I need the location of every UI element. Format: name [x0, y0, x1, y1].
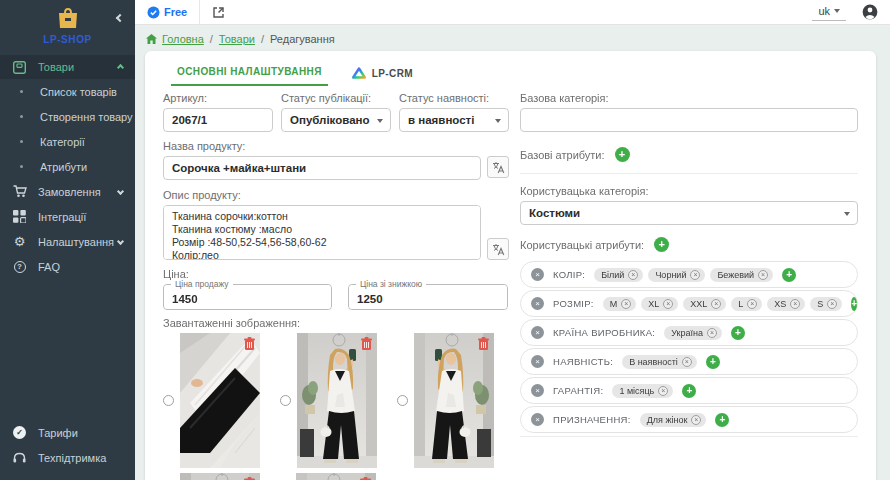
sidebar-item-settings[interactable]: ⚙ Налаштування — [0, 229, 135, 254]
chevron-down-icon — [377, 119, 383, 123]
main-image-radio[interactable] — [280, 395, 291, 406]
sidebar-section-products[interactable]: Товари — [0, 55, 135, 79]
app-window: LP-SHOP Товари Список товарів Створення … — [0, 0, 890, 480]
chevron-down-icon — [117, 188, 124, 195]
publish-status-label: Статус публікації: — [281, 92, 391, 104]
discount-price-label: Ціна зі знижкою — [356, 279, 426, 289]
add-value-button[interactable]: + — [851, 297, 857, 311]
top-bar: Free uk — [135, 0, 890, 25]
product-image-fullbody[interactable] — [297, 333, 377, 468]
product-name-input[interactable] — [163, 156, 481, 180]
tab-main-settings[interactable]: ОСНОВНІ НАЛАШТУВАННЯ — [171, 61, 328, 86]
product-image-fullbody[interactable] — [414, 333, 494, 468]
custom-attributes-label: Користувацькі атрибути: — [520, 239, 644, 251]
attribute-row-country: × КРАЇНА ВИРОБНИКА: Україна× + — [520, 319, 858, 346]
tab-lp-crm[interactable]: LP-CRM — [346, 62, 419, 86]
price-section: Ціна: Ціна продажу Ціна зі знижкою — [163, 268, 509, 310]
main-image-radio[interactable] — [397, 395, 408, 406]
sidebar-collapse-button[interactable] — [115, 7, 125, 17]
add-value-button[interactable]: + — [782, 268, 796, 282]
delete-image-button[interactable] — [244, 337, 255, 350]
sidebar-logo[interactable]: LP-SHOP — [0, 0, 135, 49]
chip-remove-icon[interactable]: × — [711, 299, 721, 309]
remove-attribute-button[interactable]: × — [531, 297, 544, 310]
add-base-attribute-button[interactable]: + — [615, 147, 630, 162]
language-select[interactable]: uk — [812, 3, 846, 21]
breadcrumb-products-link[interactable]: Товари — [219, 33, 255, 45]
translate-name-button[interactable] — [487, 156, 509, 178]
main-image-radio[interactable] — [163, 395, 174, 406]
stock-status-group: Статус наявності: в наявності — [399, 92, 509, 132]
open-shop-button[interactable] — [212, 6, 225, 19]
attribute-chip: S× — [810, 297, 842, 311]
chevron-down-icon — [844, 212, 850, 216]
add-custom-attribute-button[interactable]: + — [654, 237, 669, 252]
attribute-chip: Для жінок× — [640, 413, 707, 427]
image-group — [280, 333, 377, 468]
chip-remove-icon[interactable]: × — [758, 270, 768, 280]
sidebar-item-label: Категорії — [40, 136, 85, 148]
chip-remove-icon[interactable]: × — [707, 328, 717, 338]
breadcrumb-home-link[interactable]: Головна — [162, 33, 204, 45]
remove-attribute-button[interactable]: × — [531, 384, 544, 397]
attribute-name: КРАЇНА ВИРОБНИКА: — [553, 327, 655, 338]
attribute-chip: Україна× — [664, 326, 722, 340]
chip-remove-icon[interactable]: × — [658, 386, 668, 396]
chip-remove-icon[interactable]: × — [628, 270, 638, 280]
sidebar-item-label: Налаштування — [38, 236, 118, 248]
plan-badge[interactable]: Free — [147, 6, 187, 19]
sidebar-item-tariffs[interactable]: ✓ Тарифи — [0, 420, 135, 445]
main-content: ОСНОВНІ НАЛАШТУВАННЯ LP-CRM Артикул: — [135, 51, 890, 480]
sidebar-item-product-list[interactable]: Список товарів — [0, 79, 135, 104]
tabs: ОСНОВНІ НАЛАШТУВАННЯ LP-CRM — [171, 61, 858, 86]
product-name-label: Назва продукту: — [163, 140, 509, 152]
add-value-button[interactable]: + — [731, 326, 745, 340]
remove-attribute-button[interactable]: × — [531, 355, 544, 368]
delete-image-button[interactable] — [478, 337, 489, 350]
sidebar-item-label: Замовлення — [38, 186, 118, 198]
sidebar-item-faq[interactable]: ? FAQ — [0, 254, 135, 279]
user-avatar[interactable] — [862, 4, 878, 20]
attribute-chip: XS× — [767, 297, 805, 311]
chip-remove-icon[interactable]: × — [621, 299, 631, 309]
add-value-button[interactable]: + — [715, 413, 729, 427]
publish-status-select[interactable]: Опубліковано — [281, 108, 391, 132]
product-image-partial[interactable] — [180, 473, 260, 480]
add-value-button[interactable]: + — [682, 384, 696, 398]
chip-remove-icon[interactable]: × — [682, 357, 692, 367]
attribute-row-color: × КОЛІР: Білий× Чорний× Бежевий× + — [520, 261, 858, 288]
remove-attribute-button[interactable]: × — [531, 413, 544, 426]
sidebar-bottom-nav: ✓ Тарифи Техпідтримка — [0, 420, 135, 470]
chip-remove-icon[interactable]: × — [690, 270, 700, 280]
attribute-row-purpose: × ПРИЗНАЧЕННЯ: Для жінок× + — [520, 406, 858, 433]
description-textarea[interactable]: Тканина сорочки:коттон Тканина костюму :… — [163, 205, 481, 260]
stock-status-select[interactable]: в наявності — [399, 108, 509, 132]
remove-attribute-button[interactable]: × — [531, 268, 544, 281]
chip-remove-icon[interactable]: × — [827, 299, 837, 309]
sidebar-item-orders[interactable]: Замовлення — [0, 179, 135, 204]
sidebar-item-attributes[interactable]: Атрибути — [0, 154, 135, 179]
product-image-partial[interactable] — [296, 473, 376, 480]
chip-remove-icon[interactable]: × — [747, 299, 757, 309]
custom-category-select[interactable]: Костюми — [520, 201, 858, 225]
attribute-name: РОЗМІР: — [553, 298, 594, 309]
translate-description-button[interactable] — [487, 238, 509, 260]
remove-attribute-button[interactable]: × — [531, 326, 544, 339]
chip-remove-icon[interactable]: × — [790, 299, 800, 309]
sidebar-item-product-create[interactable]: Створення товару — [0, 104, 135, 129]
add-value-button[interactable]: + — [706, 355, 720, 369]
product-image-closeup[interactable] — [180, 333, 260, 468]
sku-input[interactable] — [163, 108, 273, 132]
attribute-name: ПРИЗНАЧЕННЯ: — [553, 414, 631, 425]
delete-image-button[interactable] — [361, 337, 372, 350]
sidebar-item-support[interactable]: Техпідтримка — [0, 445, 135, 470]
attribute-name: НАЯВНІСТЬ: — [553, 356, 613, 367]
chip-remove-icon[interactable]: × — [663, 299, 673, 309]
sidebar-item-integrations[interactable]: Інтеграції — [0, 204, 135, 229]
custom-attributes-row: Користувацькі атрибути: + — [520, 237, 858, 252]
sidebar-item-label: Інтеграції — [38, 211, 123, 223]
base-category-input[interactable] — [520, 108, 858, 132]
chip-remove-icon[interactable]: × — [691, 415, 701, 425]
stock-status-value: в наявності — [408, 114, 474, 126]
sidebar-item-categories[interactable]: Категорії — [0, 129, 135, 154]
